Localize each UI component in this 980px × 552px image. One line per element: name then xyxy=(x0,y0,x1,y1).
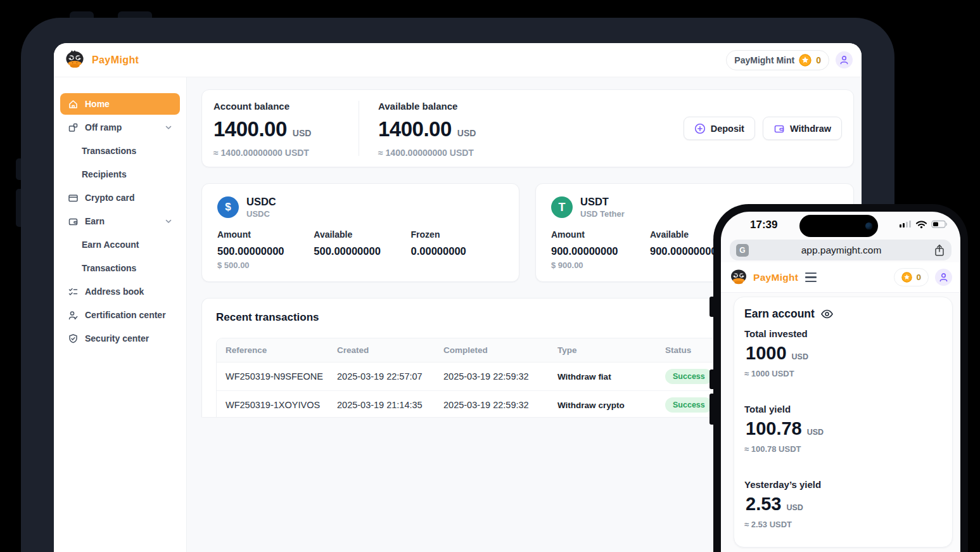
sidebar-item-home[interactable]: Home xyxy=(60,93,180,115)
user-avatar[interactable] xyxy=(935,269,952,286)
sidebar-item-earn-transactions[interactable]: Transactions xyxy=(60,257,180,279)
stat-value: 1000 xyxy=(746,343,787,364)
sidebar-item-address-book[interactable]: Address book xyxy=(60,281,180,302)
browser-address-bar[interactable]: G app.paymight.com xyxy=(730,240,951,260)
stat-yesterdays-yield: Yesterday’s yield 2.53 USD ≈ 2.53 USDT xyxy=(744,479,942,529)
chevron-down-icon xyxy=(165,124,172,131)
cell-created: 2025-03-19 21:14:35 xyxy=(337,400,443,410)
account-balance-approx: ≈ 1400.00000000 USDT xyxy=(213,148,359,158)
earn-account-card: Earn account Total invested 1000 USD ≈ 1… xyxy=(734,297,953,548)
mint-label: PayMight Mint xyxy=(734,55,794,65)
brand-logo: PayMight xyxy=(64,50,139,70)
cell-completed: 2025-03-19 22:59:32 xyxy=(443,371,557,382)
phone-volume-down-button xyxy=(710,394,714,425)
stat-currency: USD xyxy=(792,352,808,361)
sidebar-item-crypto-card[interactable]: Crypto card xyxy=(60,187,180,209)
phone-app-header: PayMight 0 xyxy=(721,262,960,293)
app-header: PayMight PayMight Mint 0 xyxy=(54,43,862,77)
credit-card-icon xyxy=(68,193,79,203)
status-badge: Success xyxy=(665,397,713,413)
asset-symbol: USDC xyxy=(246,196,276,208)
coin-icon xyxy=(799,54,811,67)
off-ramp-icon xyxy=(68,122,79,133)
sidebar-item-earn-account[interactable]: Earn Account xyxy=(60,234,180,255)
shield-check-icon xyxy=(68,333,79,344)
sidebar-item-certification-center[interactable]: Certification center xyxy=(60,304,180,326)
mint-count: 0 xyxy=(816,55,821,65)
frozen-value: 0.00000000 xyxy=(411,245,504,257)
col-reference: Reference xyxy=(226,345,337,355)
available-value: 500.00000000 xyxy=(314,245,410,257)
coin-count: 0 xyxy=(916,273,921,282)
eye-icon[interactable] xyxy=(820,307,834,321)
asset-symbol: USDT xyxy=(580,196,625,208)
available-label: Available xyxy=(314,229,410,240)
share-icon[interactable] xyxy=(934,244,945,257)
url-text: app.paymight.com xyxy=(749,245,934,256)
account-balance-block: Account balance 1400.00 USD ≈ 1400.00000… xyxy=(213,101,359,156)
dynamic-island xyxy=(799,215,878,237)
account-balance-amount: 1400.00 xyxy=(213,117,287,141)
deposit-plus-icon xyxy=(694,123,706,134)
cell-created: 2025-03-19 22:57:07 xyxy=(337,371,443,382)
status-badge: Success xyxy=(665,369,713,384)
col-type: Type xyxy=(557,345,665,355)
col-created: Created xyxy=(337,345,443,355)
stat-currency: USD xyxy=(786,503,803,512)
stat-value: 100.78 xyxy=(746,418,802,439)
earn-account-title: Earn account xyxy=(744,307,815,321)
amount-fiat: $ 500.00 xyxy=(217,260,314,270)
available-balance-amount: 1400.00 xyxy=(378,117,452,141)
cell-type: Withdraw crypto xyxy=(557,401,665,410)
stat-total-invested: Total invested 1000 USD ≈ 1000 USDT xyxy=(744,328,942,378)
sidebar-item-offramp-transactions[interactable]: Transactions xyxy=(60,140,180,162)
cell-completed: 2025-03-19 22:59:32 xyxy=(443,400,557,410)
brand-name: PayMight xyxy=(92,55,139,66)
balance-card: Account balance 1400.00 USD ≈ 1400.00000… xyxy=(201,89,854,167)
account-balance-label: Account balance xyxy=(213,101,359,112)
duck-logo-icon xyxy=(729,269,748,286)
user-icon xyxy=(839,55,849,65)
hamburger-menu-icon[interactable] xyxy=(805,273,817,282)
wallet-icon xyxy=(68,216,79,227)
mint-balance-pill[interactable]: PayMight Mint 0 xyxy=(726,50,829,70)
frozen-label: Frozen xyxy=(411,229,504,240)
phone-volume-up-button xyxy=(710,369,714,389)
user-icon xyxy=(939,273,948,282)
coin-balance-pill[interactable]: 0 xyxy=(894,268,929,286)
duck-logo-icon xyxy=(64,50,86,70)
user-avatar[interactable] xyxy=(836,51,853,68)
cell-reference: WF250319-1XOYIVOS xyxy=(226,400,337,410)
person-check-icon xyxy=(68,310,79,321)
amount-label: Amount xyxy=(217,229,314,240)
status-bar-time: 17:39 xyxy=(750,219,777,231)
sidebar: Home Off ramp Transactions Recipients Cr… xyxy=(54,77,187,552)
cell-type: Withdraw fiat xyxy=(557,372,665,382)
stat-approx: ≈ 100.78 USDT xyxy=(744,444,942,454)
available-balance-block: Available balance 1400.00 USD ≈ 1400.000… xyxy=(359,101,524,156)
amount-value: 900.00000000 xyxy=(551,245,650,257)
stat-currency: USD xyxy=(807,428,824,437)
status-bar-icons xyxy=(900,219,948,229)
cell-reference: WF250319-N9SFEONE xyxy=(226,371,337,382)
available-balance-label: Available balance xyxy=(378,101,524,112)
amount-value: 500.00000000 xyxy=(217,245,314,257)
sidebar-item-recipients[interactable]: Recipients xyxy=(60,164,180,185)
translate-icon[interactable]: G xyxy=(736,244,749,257)
checklist-icon xyxy=(68,286,79,297)
account-balance-currency: USD xyxy=(293,128,312,138)
available-balance-currency: USD xyxy=(457,128,476,138)
asset-name: USD Tether xyxy=(580,209,625,219)
home-icon xyxy=(68,99,79,110)
coin-icon xyxy=(901,272,912,283)
sidebar-item-earn[interactable]: Earn xyxy=(60,210,180,232)
withdraw-button[interactable]: Withdraw xyxy=(763,117,842,140)
deposit-button[interactable]: Deposit xyxy=(684,117,755,140)
sidebar-item-security-center[interactable]: Security center xyxy=(60,328,180,349)
sidebar-item-off-ramp[interactable]: Off ramp xyxy=(60,117,180,138)
page-background: PayMight PayMight Mint 0 xyxy=(0,0,980,552)
stat-total-yield: Total yield 100.78 USD ≈ 100.78 USDT xyxy=(744,404,942,454)
stat-approx: ≈ 2.53 USDT xyxy=(744,520,942,529)
amount-label: Amount xyxy=(551,229,650,240)
withdraw-wallet-icon xyxy=(773,123,785,134)
